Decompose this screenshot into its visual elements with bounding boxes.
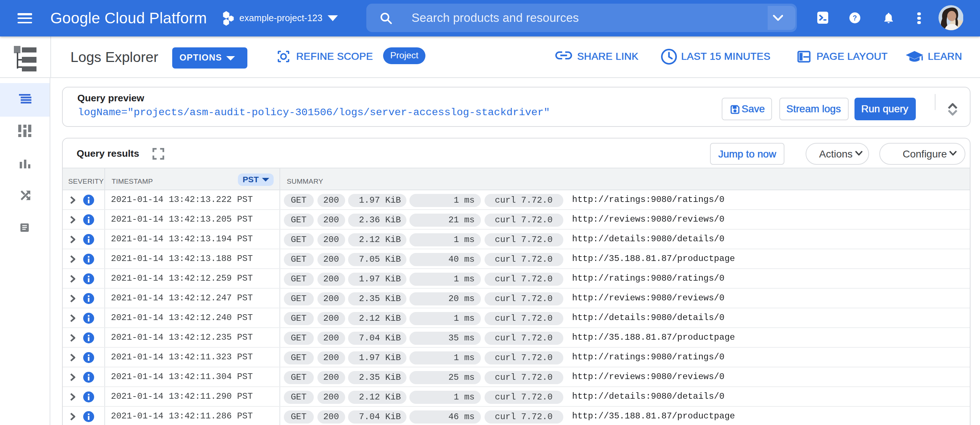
svg-text:?: ? [852, 14, 857, 22]
